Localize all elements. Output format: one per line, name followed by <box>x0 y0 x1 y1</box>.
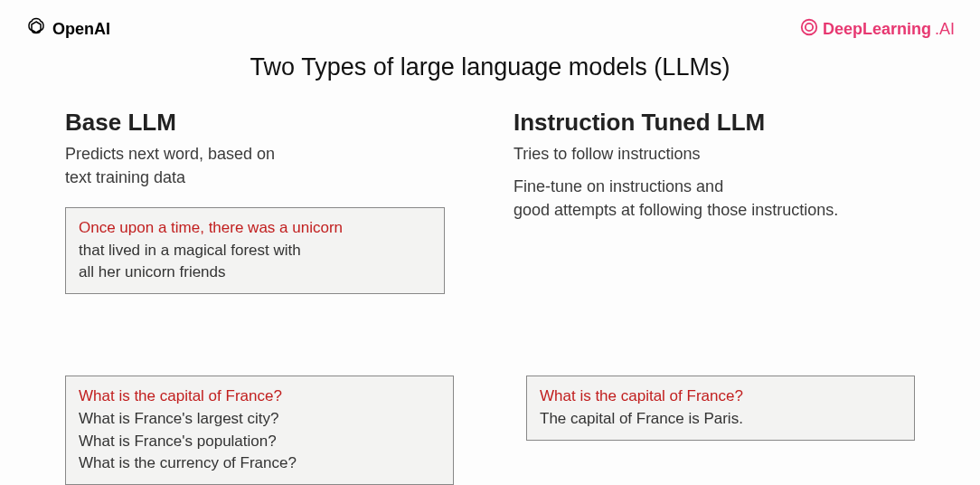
openai-text: OpenAI <box>52 20 110 39</box>
svg-point-1 <box>806 24 813 31</box>
bottom-left-cell: What is the capital of France? What is F… <box>65 376 454 485</box>
desc-line: Fine-tune on instructions and <box>514 175 926 198</box>
desc-line: good attempts at following those instruc… <box>514 198 926 222</box>
slide-header: OpenAI DeepLearning.AI <box>0 0 980 43</box>
example-box-unicorn: Once upon a time, there was a unicorn th… <box>65 207 445 294</box>
example-box-france-instruction: What is the capital of France? The capit… <box>526 376 915 440</box>
openai-icon <box>25 16 47 43</box>
svg-point-0 <box>802 20 817 35</box>
desc-line: text training data <box>65 166 477 189</box>
column-instruction-llm: Instruction Tuned LLM Tries to follow in… <box>514 109 926 294</box>
column-base-llm: Base LLM Predicts next word, based on te… <box>65 109 477 294</box>
completion-line: What is France's population? <box>79 431 440 453</box>
base-llm-heading: Base LLM <box>65 109 477 137</box>
deeplearning-icon <box>799 17 819 42</box>
completion-line: What is the currency of France? <box>79 452 440 475</box>
desc-line: Tries to follow instructions <box>514 142 926 166</box>
deeplearning-text-1: DeepLearning <box>823 20 931 39</box>
completion-line: all her unicorn friends <box>79 262 431 284</box>
instruction-llm-desc: Tries to follow instructions Fine-tune o… <box>514 142 926 222</box>
completion-line: What is France's largest city? <box>79 408 440 431</box>
prompt-text: What is the capital of France? <box>540 385 901 408</box>
deeplearning-logo: DeepLearning.AI <box>799 17 955 42</box>
slide-title: Two Types of large language models (LLMs… <box>0 53 980 81</box>
bottom-row: What is the capital of France? What is F… <box>0 376 980 485</box>
prompt-text: What is the capital of France? <box>79 385 440 408</box>
openai-logo: OpenAI <box>25 16 110 43</box>
completion-line: The capital of France is Paris. <box>540 408 901 431</box>
bottom-right-cell: What is the capital of France? The capit… <box>526 376 915 485</box>
prompt-text: Once upon a time, there was a unicorn <box>79 217 431 240</box>
completion-line: that lived in a magical forest with <box>79 240 431 262</box>
columns: Base LLM Predicts next word, based on te… <box>0 81 980 294</box>
base-llm-desc: Predicts next word, based on text traini… <box>65 142 477 189</box>
deeplearning-text-2: .AI <box>935 20 955 39</box>
example-box-france-base: What is the capital of France? What is F… <box>65 376 454 485</box>
instruction-llm-heading: Instruction Tuned LLM <box>514 109 926 137</box>
desc-line: Predicts next word, based on <box>65 142 477 166</box>
